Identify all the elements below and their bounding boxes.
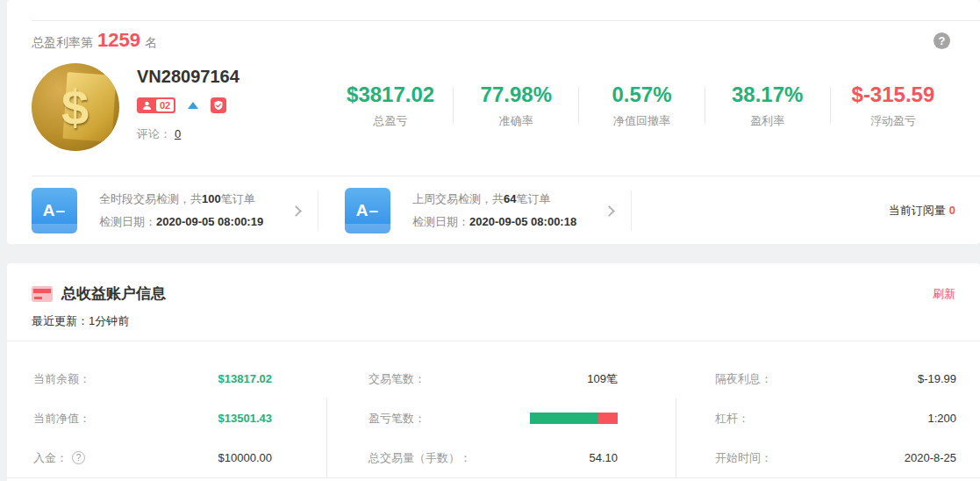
stats-strip: $3817.02 总盈亏 77.98% 准确率 0.57% 净值回撤率 38.1… [328,83,955,151]
username: VN28097164 [137,67,240,87]
deposit-value: $10000.00 [218,451,272,464]
stat-profit-rate: 38.17% 盈利率 [705,83,830,129]
stat-floating-pnl: $-315.59 浮动盈亏 [831,83,955,129]
pnl-ratio-bar [530,413,618,424]
stat-value: $3817.02 [328,83,453,107]
last-updated: 最近更新：1分钟前 [7,304,980,341]
trades-value: 109笔 [587,371,618,387]
rank-bar: 总盈利率第 1259 名 ? [32,20,980,52]
stat-value: $-315.59 [831,83,955,107]
stat-value: 77.98% [454,83,578,107]
verified-shield-icon [211,97,226,113]
bank-card-icon [32,286,53,302]
rank-value: 1259 [97,29,140,52]
refresh-button[interactable]: 刷新 [933,286,955,302]
detection-date: 检测日期：2020-09-05 08:00:19 [99,214,280,230]
chevron-right-icon[interactable] [604,205,615,217]
stat-accuracy: 77.98% 准确率 [454,83,578,129]
account-info-panel: 总收益账户信息 刷新 最近更新：1分钟前 当前余额： $13817.02 交易笔… [7,263,980,481]
pnl-bar-red [598,413,618,424]
row-volume: 总交易量（手数）： 54.10 [326,438,676,477]
leverage-value: 1:200 [927,412,956,425]
help-icon[interactable]: ? [934,32,950,49]
equity-value: $13501.43 [218,412,272,425]
avatar: $ [32,63,119,151]
stat-label: 准确率 [454,113,578,129]
row-start-time: 开始时间： 2020-8-25 [676,438,980,477]
stat-value: 0.57% [579,83,704,107]
stat-label: 盈利率 [705,113,830,129]
follower-badge: 02 [137,97,175,113]
rank-suffix: 名 [145,35,157,51]
chevron-right-icon[interactable] [290,205,302,217]
panel-title: 总收益账户信息 [61,284,166,304]
swap-value: $-19.99 [918,372,956,385]
deposit-help-icon[interactable]: ? [72,451,85,464]
detection-card-alltime[interactable]: A– 全时段交易检测，共100笔订单 检测日期：2020-09-05 08:00… [32,188,300,233]
column-divider [326,398,327,478]
stat-drawdown: 0.57% 净值回撤率 [579,83,704,129]
report-a-icon: A– [32,188,77,233]
row-balance: 当前余额： $13817.02 [7,359,326,398]
start-time-value: 2020-8-25 [905,451,956,464]
row-leverage: 杠杆： 1:200 [676,398,980,438]
row-deposit: 入金： ? $10000.00 [7,438,326,477]
follower-count: 02 [156,99,174,111]
profile-panel: 总盈利率第 1259 名 ? $ VN28097164 02 [7,0,980,244]
rank-up-icon [188,102,198,109]
stat-total-pnl: $3817.02 总盈亏 [328,83,453,129]
row-pnl-count: 盈亏笔数： [326,398,676,438]
stat-value: 38.17% [705,83,830,107]
subscription-count: 当前订阅量0 [889,203,955,219]
stat-label: 总盈亏 [328,113,453,129]
volume-value: 54.10 [589,451,618,464]
detection-card-lastweek[interactable]: A– 上周交易检测，共64笔订单 检测日期：2020-09-05 08:00:1… [345,188,613,233]
detection-title: 全时段交易检测，共100笔订单 [99,191,280,207]
dollar-icon: $ [61,79,89,136]
row-swap: 隔夜利息： $-19.99 [676,359,980,398]
stat-label: 净值回撤率 [579,113,704,129]
column-divider [676,398,676,478]
detection-title: 上周交易检测，共64笔订单 [412,191,593,207]
stat-label: 浮动盈亏 [831,113,955,129]
person-icon [138,98,155,112]
card-divider [318,190,318,231]
balance-value: $13817.02 [218,372,272,385]
row-equity: 当前净值： $13501.43 [7,398,326,438]
row-trades: 交易笔数： 109笔 [326,359,676,398]
pnl-bar-green [530,413,598,424]
detection-date: 检测日期：2020-09-05 08:00:18 [412,214,593,230]
report-a-icon: A– [345,188,390,233]
rank-prefix: 总盈利率第 [32,35,93,51]
profile-block: $ VN28097164 02 评论：0 [32,63,328,151]
comments-count-link[interactable]: 0 [175,127,181,140]
card-divider [631,190,632,231]
comments-label: 评论： [137,127,171,140]
